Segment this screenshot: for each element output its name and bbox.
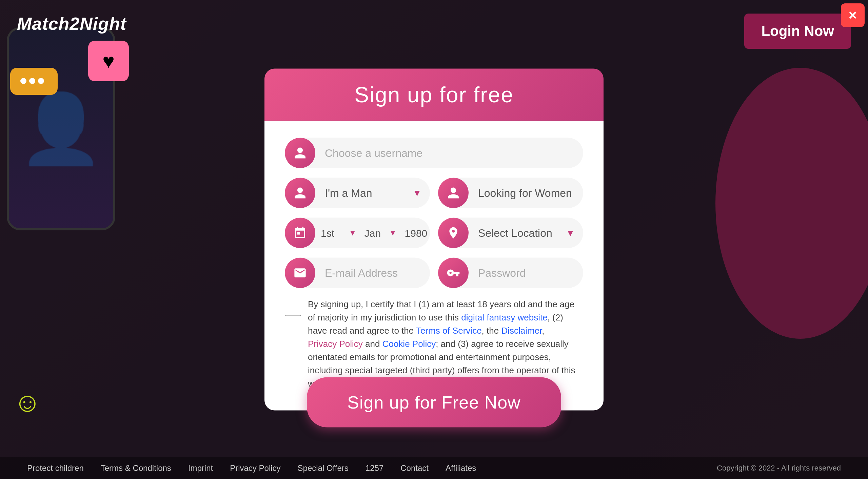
day-select[interactable]: 1st2nd3rd4th 5th6th7th8th 9th10th11th12t… [315, 227, 349, 238]
deco-heart: ♥ [88, 41, 129, 81]
day-wrapper: 1st2nd3rd4th 5th6th7th8th 9th10th11th12t… [315, 227, 359, 238]
login-button[interactable]: Login Now [744, 14, 851, 49]
envelope-icon [293, 266, 307, 280]
footer-link-terms[interactable]: Terms & Conditions [101, 463, 171, 473]
logo: Match2Night [17, 14, 126, 34]
calendar-svg-icon [293, 226, 307, 240]
email-password-row [285, 258, 583, 288]
password-input[interactable] [469, 267, 583, 279]
gender-dropdown-arrow: ▼ [412, 188, 422, 199]
email-input[interactable] [315, 267, 430, 279]
person-icon [293, 146, 307, 160]
key-icon [447, 266, 460, 280]
location-icon [438, 218, 469, 248]
terms-link-disclaimer[interactable]: Disclaimer [501, 326, 542, 336]
month-wrapper: JanFebMarApr MayJunJulAug SepOctNovDec ▼ [359, 227, 399, 238]
footer-link-protect[interactable]: Protect children [27, 463, 84, 473]
username-row [285, 138, 583, 168]
terms-row: By signing up, I certify that I (1) am a… [285, 298, 583, 390]
year-select[interactable]: 1980198119821983 1984198519861987 198819… [399, 227, 430, 238]
password-field-wrapper [438, 258, 583, 288]
footer-link-privacy[interactable]: Privacy Policy [230, 463, 280, 473]
looking-field-wrapper: Looking for Women Looking for Men Lookin… [438, 178, 583, 208]
location-select[interactable]: Select Location New York Los Angeles Chi… [469, 227, 566, 239]
signup-modal: Sign up for free [264, 69, 604, 411]
terms-text: By signing up, I certify that I (1) am a… [308, 298, 583, 390]
password-icon [438, 258, 469, 288]
pin-icon [447, 226, 460, 240]
footer-links: Protect children Terms & Conditions Impr… [27, 463, 476, 473]
signup-button[interactable]: Sign up for Free Now [307, 377, 561, 428]
location-field-wrapper: Select Location New York Los Angeles Chi… [438, 218, 583, 248]
birthday-field-wrapper: 1st2nd3rd4th 5th6th7th8th 9th10th11th12t… [285, 218, 430, 248]
deco-smile: ☺ [14, 387, 41, 418]
looking-icon [438, 178, 469, 208]
username-field-wrapper [285, 138, 583, 168]
close-button[interactable]: × [841, 3, 865, 27]
terms-checkbox[interactable] [285, 300, 301, 316]
looking-dropdown-arrow: ▼ [581, 188, 583, 199]
day-arrow: ▼ [349, 229, 356, 237]
terms-link-tos[interactable]: Terms of Service [416, 326, 482, 336]
modal-body: I'm a Man I'm a Woman ▼ Looking for Wome… [264, 121, 604, 411]
username-input[interactable] [315, 147, 583, 159]
terms-link-privacy[interactable]: Privacy Policy [308, 339, 363, 349]
person-gender-icon [293, 186, 307, 200]
footer-link-affiliates[interactable]: Affiliates [446, 463, 476, 473]
month-arrow: ▼ [389, 229, 397, 237]
footer-link-1257[interactable]: 1257 [366, 463, 383, 473]
footer-link-contact[interactable]: Contact [400, 463, 429, 473]
gender-select[interactable]: I'm a Man I'm a Woman [315, 187, 412, 199]
birthday-location-row: 1st2nd3rd4th 5th6th7th8th 9th10th11th12t… [285, 218, 583, 248]
footer-link-imprint[interactable]: Imprint [188, 463, 213, 473]
footer-link-offers[interactable]: Special Offers [298, 463, 349, 473]
year-wrapper: 1980198119821983 1984198519861987 198819… [399, 227, 430, 238]
person-looking-icon [447, 186, 460, 200]
modal-header: Sign up for free [264, 69, 604, 121]
email-icon [285, 258, 315, 288]
email-field-wrapper [285, 258, 430, 288]
gender-field-wrapper: I'm a Man I'm a Woman ▼ [285, 178, 430, 208]
month-select[interactable]: JanFebMarApr MayJunJulAug SepOctNovDec [359, 227, 389, 238]
username-icon [285, 138, 315, 168]
birthday-selects: 1st2nd3rd4th 5th6th7th8th 9th10th11th12t… [315, 227, 430, 238]
gender-looking-row: I'm a Man I'm a Woman ▼ Looking for Wome… [285, 178, 583, 208]
gender-icon [285, 178, 315, 208]
deco-chat-bubble [10, 68, 58, 95]
modal-title: Sign up for free [285, 82, 583, 107]
copyright: Copyright © 2022 - All rights reserved [717, 464, 841, 473]
footer: Protect children Terms & Conditions Impr… [0, 457, 868, 479]
location-dropdown-arrow: ▼ [566, 228, 575, 238]
terms-link-cookie[interactable]: Cookie Policy [382, 339, 436, 349]
looking-select[interactable]: Looking for Women Looking for Men Lookin… [469, 187, 581, 199]
terms-link-fantasy[interactable]: digital fantasy website [461, 312, 547, 322]
calendar-icon [285, 218, 315, 248]
submit-wrapper: Sign up for Free Now [307, 377, 561, 428]
